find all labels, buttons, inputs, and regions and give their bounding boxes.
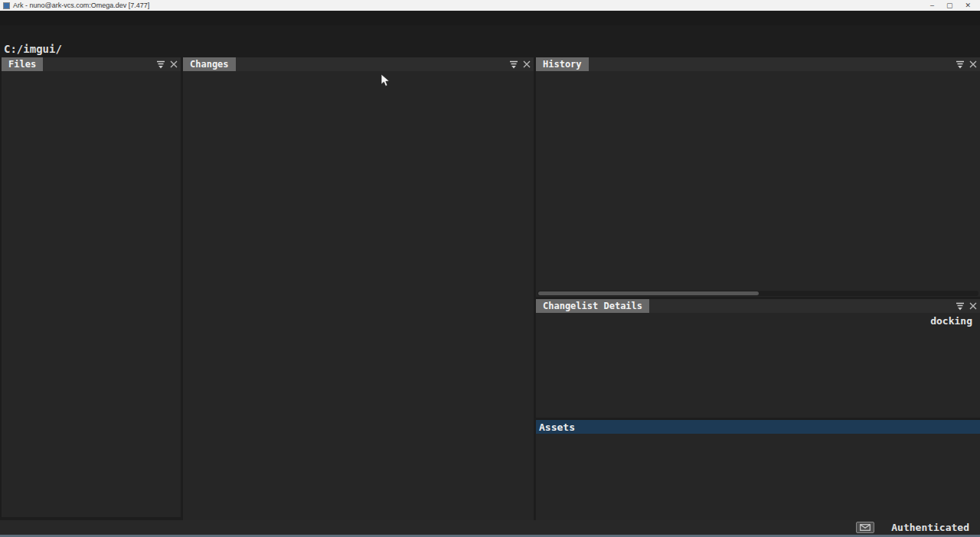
toolbar — [0, 25, 980, 41]
assets-list — [536, 434, 980, 529]
history-horizontal-scrollbar[interactable] — [537, 291, 978, 296]
files-panel-header: Files — [2, 57, 181, 71]
details-body — [536, 313, 980, 418]
title-bar: Ark - nuno@ark-vcs.com:Omega.dev [7.477]… — [0, 0, 980, 11]
details-panel-header: Changelist Details — [536, 299, 980, 313]
filter-icon[interactable] — [956, 302, 965, 311]
files-list — [2, 71, 181, 517]
app-icon — [3, 2, 10, 9]
close-button[interactable]: ✕ — [965, 2, 971, 9]
tab-changes[interactable]: Changes — [183, 57, 236, 71]
changes-list — [183, 71, 534, 529]
filter-icon[interactable] — [956, 60, 965, 69]
files-panel: Files — [2, 57, 181, 517]
close-icon[interactable] — [969, 60, 977, 68]
minimize-button[interactable]: – — [930, 2, 934, 9]
changes-panel: Changes — [183, 57, 534, 529]
tab-files[interactable]: Files — [2, 57, 43, 71]
tab-history[interactable]: History — [536, 57, 589, 71]
app-window: C:/imgui/ Files Changes History — [0, 11, 980, 537]
close-icon[interactable] — [969, 302, 977, 310]
path-bar: C:/imgui/ — [0, 41, 980, 57]
scrollbar-thumb[interactable] — [538, 291, 759, 295]
status-bar: Authenticated — [0, 520, 980, 535]
assets-header-label: Assets — [539, 421, 575, 433]
window-title: Ark - nuno@ark-vcs.com:Omega.dev [7.477] — [13, 2, 149, 9]
close-icon[interactable] — [523, 60, 531, 68]
current-path: C:/imgui/ — [4, 43, 62, 55]
tab-changelist-details[interactable]: Changelist Details — [536, 299, 649, 313]
history-panel: History — [536, 57, 980, 297]
branch-name: docking — [930, 315, 972, 327]
filter-icon[interactable] — [156, 60, 165, 69]
mail-icon[interactable] — [856, 522, 874, 533]
menu-bar — [0, 11, 980, 25]
close-icon[interactable] — [170, 60, 178, 68]
changelist-details-panel: Changelist Details docking — [536, 299, 980, 418]
filter-icon[interactable] — [509, 60, 518, 69]
assets-header[interactable]: Assets — [536, 420, 980, 434]
changes-panel-header: Changes — [183, 57, 534, 71]
assets-panel: Assets — [536, 420, 980, 529]
maximize-button[interactable]: ▢ — [946, 2, 953, 9]
commit-list — [536, 71, 980, 290]
authentication-status: Authenticated — [891, 522, 969, 533]
history-panel-header: History — [536, 57, 980, 71]
